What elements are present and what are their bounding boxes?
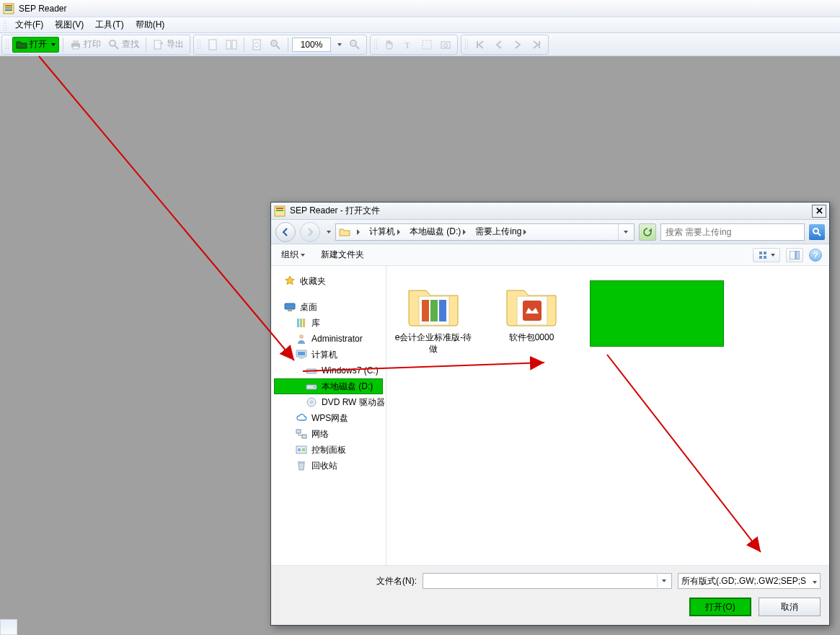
help-button[interactable]: ?: [809, 249, 822, 262]
menu-help[interactable]: 帮助(H): [130, 17, 171, 32]
tree-drive-d[interactable]: 本地磁盘 (D:): [274, 378, 383, 394]
tree-libraries[interactable]: 库: [274, 315, 383, 331]
file-list-pane[interactable]: e会计企业标准版-待做 软件包0000: [386, 266, 829, 565]
dialog-title: SEP Reader - 打开文件: [290, 205, 380, 217]
tree-desktop[interactable]: 桌面: [274, 299, 383, 315]
svg-rect-11: [226, 40, 231, 49]
svg-rect-44: [299, 358, 304, 359]
forward-arrow-icon: [304, 226, 316, 238]
separator: [288, 37, 288, 52]
find-button[interactable]: 查找: [105, 37, 142, 53]
cancel-button[interactable]: 取消: [759, 598, 821, 616]
last-page-button[interactable]: [528, 37, 545, 53]
caret-down-icon: [813, 581, 817, 584]
svg-point-7: [110, 40, 115, 46]
zoom-in-button[interactable]: [267, 37, 284, 53]
facing-page-button[interactable]: [223, 37, 240, 53]
menu-file[interactable]: 文件(F): [9, 17, 49, 32]
open-confirm-button[interactable]: 打开(O): [689, 598, 751, 616]
tree-recycle-bin[interactable]: 回收站: [274, 458, 383, 474]
svg-rect-13: [253, 40, 260, 50]
tree-favorites[interactable]: 收藏夹: [274, 273, 383, 289]
refresh-button[interactable]: [639, 223, 656, 241]
tree-computer[interactable]: 计算机: [274, 347, 383, 363]
zoom-input[interactable]: [292, 37, 331, 52]
preview-pane-button[interactable]: [786, 248, 803, 262]
open-button[interactable]: 打开: [12, 37, 59, 53]
view-mode-button[interactable]: [753, 248, 780, 262]
next-page-button[interactable]: [509, 37, 526, 53]
crumb-drive-d[interactable]: 本地磁盘 (D:): [407, 225, 471, 239]
tree-control-panel[interactable]: 控制面板: [274, 442, 383, 458]
open-file-dialog: SEP Reader - 打开文件 ✕ 计算机 本地磁盘 (D:) 需要上传in…: [270, 202, 830, 626]
svg-rect-43: [298, 352, 305, 355]
svg-rect-31: [764, 252, 766, 254]
crumb-folder[interactable]: 需要上传ing: [472, 225, 531, 239]
tree-network[interactable]: 网络: [274, 426, 383, 442]
fit-page-button[interactable]: [248, 37, 265, 53]
search-icon: [108, 39, 120, 50]
refresh-icon: [642, 227, 653, 237]
filetype-filter[interactable]: 所有版式(.GD;.GW;.GW2;SEP;S: [678, 573, 821, 589]
search-input-box[interactable]: [660, 223, 805, 241]
print-button[interactable]: 打印: [67, 37, 104, 53]
filename-dropdown[interactable]: [657, 574, 668, 587]
area-select-button[interactable]: [418, 37, 436, 53]
filter-dropdown[interactable]: [810, 576, 817, 586]
control-panel-icon: [296, 444, 307, 456]
search-go-button[interactable]: [809, 224, 825, 240]
svg-rect-38: [297, 319, 299, 327]
crumb-dropdown-0[interactable]: [352, 225, 365, 239]
search-input[interactable]: [664, 226, 801, 238]
libraries-icon: [296, 317, 307, 329]
svg-rect-40: [303, 319, 305, 327]
tree-dvd[interactable]: DVD RW 驱动器 (: [274, 394, 383, 410]
svg-rect-2: [5, 7, 12, 9]
svg-line-15: [276, 45, 280, 49]
zoom-dropdown[interactable]: [332, 37, 345, 53]
dialog-close-button[interactable]: ✕: [812, 205, 826, 218]
menu-tools[interactable]: 工具(T): [89, 17, 129, 32]
zoom-out-button[interactable]: [346, 37, 363, 53]
dialog-body: 收藏夹 桌面 库 Administrator 计算机: [271, 266, 829, 565]
tree-drive-c[interactable]: Windows7 (C:): [274, 363, 383, 378]
single-page-button[interactable]: [204, 37, 221, 53]
tree-wps[interactable]: WPS网盘: [274, 410, 383, 426]
svg-rect-39: [300, 319, 302, 327]
export-button[interactable]: 导出: [150, 37, 187, 53]
prev-page-icon: [493, 39, 505, 50]
new-folder-button[interactable]: 新建文件夹: [318, 248, 367, 262]
hand-tool-button[interactable]: [381, 37, 398, 53]
svg-rect-37: [288, 310, 292, 311]
crumb-computer[interactable]: 计算机: [366, 225, 405, 239]
file-label: e会计企业标准版-待做: [394, 332, 473, 355]
recycle-bin-icon: [296, 460, 307, 471]
first-page-icon: [474, 39, 486, 50]
toolbar-group-nav: [461, 35, 549, 55]
path-dropdown[interactable]: [618, 224, 631, 240]
drive-icon: [306, 365, 317, 376]
computer-icon: [296, 349, 307, 360]
file-item-folder-1[interactable]: e会计企业标准版-待做: [394, 280, 473, 355]
fit-page-icon: [251, 39, 262, 50]
snapshot-button[interactable]: [437, 37, 454, 53]
first-page-button[interactable]: [472, 37, 489, 53]
nav-forward-button[interactable]: [300, 222, 320, 242]
folder-thumb-icon: [404, 280, 462, 328]
cloud-icon: [296, 412, 307, 424]
filename-input[interactable]: [423, 573, 672, 589]
text-select-button[interactable]: T: [399, 37, 417, 53]
next-page-icon: [512, 39, 523, 50]
nav-history-dropdown[interactable]: [327, 231, 331, 234]
menu-view[interactable]: 视图(V): [49, 17, 89, 32]
tree-administrator[interactable]: Administrator: [274, 331, 383, 347]
prev-page-button[interactable]: [490, 37, 508, 53]
close-icon: ✕: [815, 205, 823, 216]
path-breadcrumb[interactable]: 计算机 本地磁盘 (D:) 需要上传ing: [335, 223, 635, 241]
svg-rect-35: [796, 251, 800, 259]
organize-menu[interactable]: 组织: [278, 248, 308, 262]
app-icon: [3, 3, 14, 14]
taskbar-tab[interactable]: [0, 619, 17, 635]
nav-back-button[interactable]: [275, 222, 296, 242]
file-item-folder-2[interactable]: 软件包0000: [492, 280, 571, 344]
